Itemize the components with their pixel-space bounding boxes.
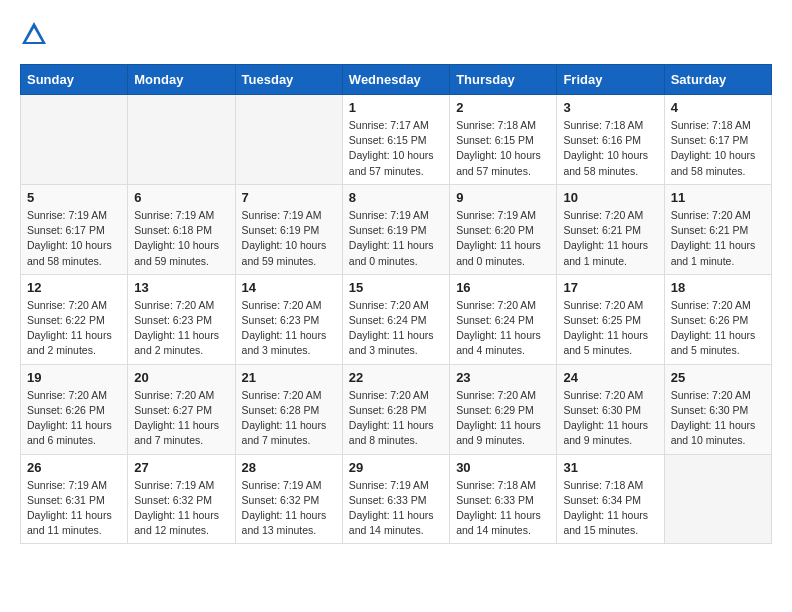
col-header-thursday: Thursday — [450, 65, 557, 95]
col-header-wednesday: Wednesday — [342, 65, 449, 95]
empty-cell — [664, 454, 771, 544]
day-cell-7: 7Sunrise: 7:19 AM Sunset: 6:19 PM Daylig… — [235, 184, 342, 274]
day-info: Sunrise: 7:20 AM Sunset: 6:23 PM Dayligh… — [242, 298, 336, 359]
day-info: Sunrise: 7:20 AM Sunset: 6:23 PM Dayligh… — [134, 298, 228, 359]
day-cell-25: 25Sunrise: 7:20 AM Sunset: 6:30 PM Dayli… — [664, 364, 771, 454]
day-cell-20: 20Sunrise: 7:20 AM Sunset: 6:27 PM Dayli… — [128, 364, 235, 454]
col-header-monday: Monday — [128, 65, 235, 95]
day-cell-2: 2Sunrise: 7:18 AM Sunset: 6:15 PM Daylig… — [450, 95, 557, 185]
day-cell-10: 10Sunrise: 7:20 AM Sunset: 6:21 PM Dayli… — [557, 184, 664, 274]
day-cell-28: 28Sunrise: 7:19 AM Sunset: 6:32 PM Dayli… — [235, 454, 342, 544]
day-info: Sunrise: 7:18 AM Sunset: 6:34 PM Dayligh… — [563, 478, 657, 539]
page-header — [20, 20, 772, 48]
day-cell-26: 26Sunrise: 7:19 AM Sunset: 6:31 PM Dayli… — [21, 454, 128, 544]
day-cell-16: 16Sunrise: 7:20 AM Sunset: 6:24 PM Dayli… — [450, 274, 557, 364]
day-number: 12 — [27, 280, 121, 295]
day-cell-1: 1Sunrise: 7:17 AM Sunset: 6:15 PM Daylig… — [342, 95, 449, 185]
day-cell-14: 14Sunrise: 7:20 AM Sunset: 6:23 PM Dayli… — [235, 274, 342, 364]
day-number: 9 — [456, 190, 550, 205]
day-info: Sunrise: 7:20 AM Sunset: 6:21 PM Dayligh… — [563, 208, 657, 269]
day-number: 1 — [349, 100, 443, 115]
day-info: Sunrise: 7:19 AM Sunset: 6:20 PM Dayligh… — [456, 208, 550, 269]
day-cell-3: 3Sunrise: 7:18 AM Sunset: 6:16 PM Daylig… — [557, 95, 664, 185]
day-number: 19 — [27, 370, 121, 385]
day-number: 6 — [134, 190, 228, 205]
day-info: Sunrise: 7:19 AM Sunset: 6:32 PM Dayligh… — [134, 478, 228, 539]
day-info: Sunrise: 7:19 AM Sunset: 6:33 PM Dayligh… — [349, 478, 443, 539]
day-cell-6: 6Sunrise: 7:19 AM Sunset: 6:18 PM Daylig… — [128, 184, 235, 274]
day-info: Sunrise: 7:20 AM Sunset: 6:22 PM Dayligh… — [27, 298, 121, 359]
day-cell-18: 18Sunrise: 7:20 AM Sunset: 6:26 PM Dayli… — [664, 274, 771, 364]
day-number: 20 — [134, 370, 228, 385]
day-info: Sunrise: 7:18 AM Sunset: 6:16 PM Dayligh… — [563, 118, 657, 179]
day-cell-22: 22Sunrise: 7:20 AM Sunset: 6:28 PM Dayli… — [342, 364, 449, 454]
day-info: Sunrise: 7:20 AM Sunset: 6:24 PM Dayligh… — [456, 298, 550, 359]
day-number: 22 — [349, 370, 443, 385]
day-cell-17: 17Sunrise: 7:20 AM Sunset: 6:25 PM Dayli… — [557, 274, 664, 364]
day-cell-24: 24Sunrise: 7:20 AM Sunset: 6:30 PM Dayli… — [557, 364, 664, 454]
day-info: Sunrise: 7:20 AM Sunset: 6:30 PM Dayligh… — [563, 388, 657, 449]
day-info: Sunrise: 7:20 AM Sunset: 6:30 PM Dayligh… — [671, 388, 765, 449]
week-row: 26Sunrise: 7:19 AM Sunset: 6:31 PM Dayli… — [21, 454, 772, 544]
day-cell-9: 9Sunrise: 7:19 AM Sunset: 6:20 PM Daylig… — [450, 184, 557, 274]
day-number: 10 — [563, 190, 657, 205]
day-cell-31: 31Sunrise: 7:18 AM Sunset: 6:34 PM Dayli… — [557, 454, 664, 544]
day-cell-29: 29Sunrise: 7:19 AM Sunset: 6:33 PM Dayli… — [342, 454, 449, 544]
day-info: Sunrise: 7:20 AM Sunset: 6:28 PM Dayligh… — [242, 388, 336, 449]
day-cell-21: 21Sunrise: 7:20 AM Sunset: 6:28 PM Dayli… — [235, 364, 342, 454]
day-info: Sunrise: 7:19 AM Sunset: 6:19 PM Dayligh… — [242, 208, 336, 269]
day-number: 8 — [349, 190, 443, 205]
day-number: 4 — [671, 100, 765, 115]
day-info: Sunrise: 7:18 AM Sunset: 6:15 PM Dayligh… — [456, 118, 550, 179]
day-number: 5 — [27, 190, 121, 205]
day-info: Sunrise: 7:20 AM Sunset: 6:27 PM Dayligh… — [134, 388, 228, 449]
day-number: 11 — [671, 190, 765, 205]
day-number: 29 — [349, 460, 443, 475]
calendar-header-row: SundayMondayTuesdayWednesdayThursdayFrid… — [21, 65, 772, 95]
day-number: 3 — [563, 100, 657, 115]
day-cell-4: 4Sunrise: 7:18 AM Sunset: 6:17 PM Daylig… — [664, 95, 771, 185]
calendar: SundayMondayTuesdayWednesdayThursdayFrid… — [20, 64, 772, 544]
day-number: 26 — [27, 460, 121, 475]
week-row: 12Sunrise: 7:20 AM Sunset: 6:22 PM Dayli… — [21, 274, 772, 364]
day-info: Sunrise: 7:19 AM Sunset: 6:18 PM Dayligh… — [134, 208, 228, 269]
empty-cell — [21, 95, 128, 185]
day-info: Sunrise: 7:20 AM Sunset: 6:26 PM Dayligh… — [671, 298, 765, 359]
day-info: Sunrise: 7:19 AM Sunset: 6:31 PM Dayligh… — [27, 478, 121, 539]
day-number: 15 — [349, 280, 443, 295]
week-row: 19Sunrise: 7:20 AM Sunset: 6:26 PM Dayli… — [21, 364, 772, 454]
day-number: 13 — [134, 280, 228, 295]
day-number: 16 — [456, 280, 550, 295]
day-number: 23 — [456, 370, 550, 385]
day-info: Sunrise: 7:18 AM Sunset: 6:33 PM Dayligh… — [456, 478, 550, 539]
day-number: 14 — [242, 280, 336, 295]
day-info: Sunrise: 7:17 AM Sunset: 6:15 PM Dayligh… — [349, 118, 443, 179]
day-info: Sunrise: 7:19 AM Sunset: 6:32 PM Dayligh… — [242, 478, 336, 539]
week-row: 5Sunrise: 7:19 AM Sunset: 6:17 PM Daylig… — [21, 184, 772, 274]
empty-cell — [235, 95, 342, 185]
day-info: Sunrise: 7:18 AM Sunset: 6:17 PM Dayligh… — [671, 118, 765, 179]
day-info: Sunrise: 7:19 AM Sunset: 6:19 PM Dayligh… — [349, 208, 443, 269]
day-number: 25 — [671, 370, 765, 385]
day-cell-15: 15Sunrise: 7:20 AM Sunset: 6:24 PM Dayli… — [342, 274, 449, 364]
day-number: 7 — [242, 190, 336, 205]
col-header-saturday: Saturday — [664, 65, 771, 95]
day-number: 18 — [671, 280, 765, 295]
day-cell-12: 12Sunrise: 7:20 AM Sunset: 6:22 PM Dayli… — [21, 274, 128, 364]
day-number: 28 — [242, 460, 336, 475]
day-number: 31 — [563, 460, 657, 475]
day-cell-23: 23Sunrise: 7:20 AM Sunset: 6:29 PM Dayli… — [450, 364, 557, 454]
day-cell-13: 13Sunrise: 7:20 AM Sunset: 6:23 PM Dayli… — [128, 274, 235, 364]
day-number: 2 — [456, 100, 550, 115]
day-info: Sunrise: 7:20 AM Sunset: 6:24 PM Dayligh… — [349, 298, 443, 359]
week-row: 1Sunrise: 7:17 AM Sunset: 6:15 PM Daylig… — [21, 95, 772, 185]
day-info: Sunrise: 7:19 AM Sunset: 6:17 PM Dayligh… — [27, 208, 121, 269]
day-number: 17 — [563, 280, 657, 295]
day-info: Sunrise: 7:20 AM Sunset: 6:25 PM Dayligh… — [563, 298, 657, 359]
day-number: 21 — [242, 370, 336, 385]
day-number: 24 — [563, 370, 657, 385]
day-cell-27: 27Sunrise: 7:19 AM Sunset: 6:32 PM Dayli… — [128, 454, 235, 544]
logo — [20, 20, 52, 48]
day-cell-8: 8Sunrise: 7:19 AM Sunset: 6:19 PM Daylig… — [342, 184, 449, 274]
logo-icon — [20, 20, 48, 48]
